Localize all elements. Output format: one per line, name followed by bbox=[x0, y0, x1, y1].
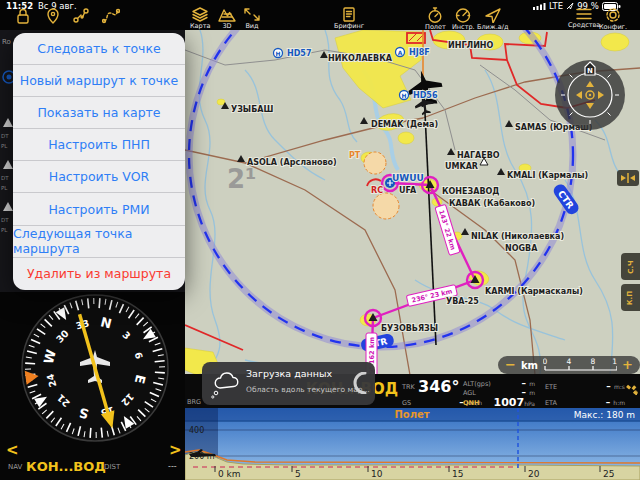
prev-waypoint-button[interactable]: < bbox=[6, 441, 19, 459]
trk-value[interactable]: 346° bbox=[418, 377, 459, 396]
map-label: NILAK (Николаевка) bbox=[471, 232, 564, 241]
profile-x-label: 5 bbox=[295, 469, 301, 479]
profile-x-label: 15 bbox=[452, 469, 463, 479]
dtk-label: DT bbox=[1, 217, 9, 223]
scale-ruler: 04812 bbox=[543, 357, 617, 373]
rose-tick bbox=[101, 428, 102, 438]
dist-label: DIST bbox=[104, 463, 121, 471]
profile-max-label: Макс.: 180 m bbox=[574, 410, 635, 420]
side-tab-sch[interactable]: С.Ч bbox=[621, 253, 640, 280]
tab-view[interactable]: Вид bbox=[243, 7, 261, 30]
ete-label: ETE bbox=[545, 383, 557, 391]
elevation-profile[interactable]: Полет Макс.: 180 m 400200 m0 km510152025 bbox=[185, 408, 640, 480]
profile-y-label: 200 m bbox=[189, 452, 215, 461]
zoom-in-button[interactable]: + bbox=[622, 357, 633, 373]
alt-label: ALT(gps) bbox=[463, 380, 491, 388]
map-label: UFA bbox=[399, 186, 417, 195]
dtk-label: DT bbox=[1, 133, 9, 139]
scale-tick-label: 8 bbox=[591, 357, 596, 366]
map-label: NOGBA bbox=[505, 244, 538, 253]
satellite-icon bbox=[625, 383, 639, 397]
rose-tick bbox=[90, 428, 91, 438]
rose-tick bbox=[25, 363, 35, 364]
map-mef-label: 2¹ bbox=[227, 164, 256, 194]
side-tab-kp[interactable]: К.П bbox=[621, 284, 640, 311]
rose-tick bbox=[155, 361, 165, 362]
top-toolbar: 11:52 Вс 9 авг. LTE 99 % Карта 3D bbox=[0, 0, 640, 30]
qnh-value[interactable]: 1007hPa bbox=[485, 396, 535, 409]
map-label: ASOLA (Арсланово) bbox=[247, 158, 337, 167]
profile-x-label: 25 bbox=[603, 469, 614, 479]
rmi-instrument[interactable]: N36E1215S2124W3033 < > NAV КОН...ВОД DIS… bbox=[0, 292, 185, 480]
tab-tools[interactable]: Средства bbox=[568, 7, 600, 29]
app-root: 2¹ CTR CTR bbox=[0, 0, 640, 480]
map-label: ИНГЛИНО bbox=[448, 41, 494, 50]
map-label: НАГАЕВО bbox=[457, 151, 500, 160]
profile-title: Полет bbox=[394, 409, 429, 420]
tab-3d[interactable]: 3D bbox=[218, 7, 236, 30]
qnh-label[interactable]: QNH bbox=[463, 399, 479, 407]
zoom-out-button[interactable]: − bbox=[505, 357, 516, 373]
map-label: HJ8F bbox=[409, 48, 430, 57]
map-scale-bar: − km 04812 + bbox=[498, 356, 640, 374]
waypoint-context-menu: Следовать к точке Новый маршрут к точке … bbox=[13, 33, 185, 290]
active-waypoint[interactable]: КОН...ВОД bbox=[26, 459, 106, 474]
map-label: НИКОЛАЕВКА bbox=[328, 54, 393, 63]
track-curve-icon[interactable] bbox=[102, 7, 120, 25]
map-pan-widget[interactable]: N bbox=[553, 58, 627, 132]
tab-instruments[interactable]: Инстр. bbox=[452, 7, 475, 31]
nav-label: NAV bbox=[8, 463, 23, 471]
map-label: PT bbox=[349, 151, 361, 160]
map-label: DEMAK (Дема) bbox=[371, 120, 438, 129]
rose-tick bbox=[155, 372, 165, 373]
map-label: UMKAR bbox=[445, 162, 478, 171]
pln-label: PL bbox=[1, 185, 7, 191]
toast-title: Загрузка данных bbox=[246, 368, 332, 379]
tab-map[interactable]: Карта bbox=[190, 7, 211, 30]
gs-label: GS bbox=[402, 399, 411, 407]
lock-icon[interactable] bbox=[14, 7, 32, 25]
route-list-header: Ro bbox=[2, 38, 11, 46]
route-points-icon[interactable] bbox=[72, 7, 90, 25]
waypoint-list-icon bbox=[3, 160, 13, 169]
menu-item-configure-vor[interactable]: Настроить VOR bbox=[13, 161, 185, 193]
map-label: KARMI (Кармаскалы) bbox=[485, 287, 583, 296]
rose-tick bbox=[99, 298, 100, 308]
spinner-icon bbox=[353, 372, 371, 394]
menu-item-show-on-map[interactable]: Показать на карте bbox=[13, 97, 185, 129]
tab-nearest-airports[interactable]: Ближ.а/д bbox=[477, 7, 508, 31]
map-label: УВА-25 bbox=[446, 297, 479, 306]
brg-label: BRG bbox=[187, 398, 201, 406]
right-panel-toggle-icon[interactable] bbox=[617, 170, 639, 186]
pln-label: PL bbox=[1, 143, 7, 149]
menu-item-configure-pnp[interactable]: Настроить ПНП bbox=[13, 129, 185, 161]
eta-label: ETA bbox=[545, 399, 557, 407]
download-toast: Загрузка данных Область вдоль текущего м… bbox=[202, 362, 375, 405]
menu-item-configure-rmi[interactable]: Настроить РМИ bbox=[13, 193, 185, 225]
map-label: KMALI (Кармалы) bbox=[507, 171, 588, 180]
map-label: HD56 bbox=[413, 91, 438, 100]
menu-item-follow-to-point[interactable]: Следовать к точке bbox=[13, 33, 185, 65]
agl-label: AGL bbox=[463, 389, 476, 397]
menu-item-new-route-to-point[interactable]: Новый маршрут к точке bbox=[13, 65, 185, 97]
toast-subtitle: Область вдоль текущего мар... bbox=[246, 385, 370, 394]
tab-config[interactable]: Конфиг. bbox=[599, 7, 627, 31]
ete-value[interactable]: – m:s bbox=[580, 381, 625, 391]
map-label: КАВАК (Кабаково) bbox=[449, 198, 535, 208]
scale-tick-label: 12 bbox=[612, 357, 617, 366]
menu-item-next-route-point[interactable]: Следующая точка маршрута bbox=[13, 226, 185, 258]
pln-label: PL bbox=[1, 227, 7, 233]
cloud-download-icon bbox=[210, 367, 240, 401]
profile-y-label: 400 bbox=[189, 426, 204, 435]
menu-item-delete-from-route[interactable]: Удалить из маршрута bbox=[13, 258, 185, 290]
tab-flight[interactable]: Полет bbox=[425, 7, 446, 31]
location-pin-icon[interactable] bbox=[44, 7, 62, 25]
scale-unit[interactable]: km bbox=[521, 360, 538, 371]
map-label: КОНЕЗАВОД bbox=[442, 187, 499, 196]
map-label: УЗЫБАШ bbox=[231, 105, 273, 114]
next-waypoint-button[interactable]: > bbox=[169, 441, 182, 459]
eta-value[interactable]: – h:m bbox=[580, 397, 625, 407]
map-label: БУЗОВЬЯЗЫ bbox=[381, 324, 438, 333]
profile-x-label: 0 km bbox=[218, 469, 241, 479]
tab-briefing[interactable]: Брифинг bbox=[334, 7, 364, 30]
